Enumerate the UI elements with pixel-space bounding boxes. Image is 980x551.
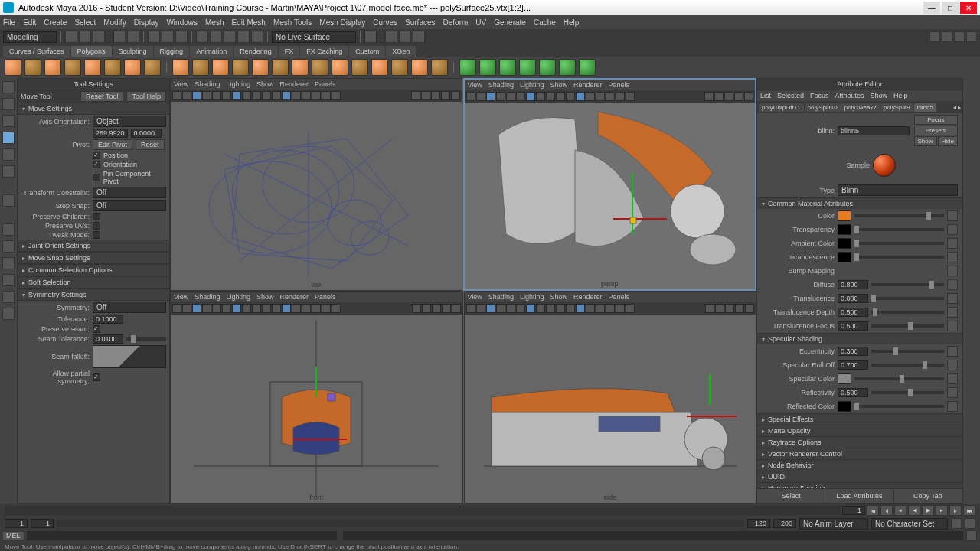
menu-editmesh[interactable]: Edit Mesh bbox=[231, 18, 265, 27]
shelf-tab-xgen[interactable]: XGen bbox=[386, 46, 416, 57]
layout-hyper-icon[interactable] bbox=[2, 308, 15, 320]
prefs-icon[interactable] bbox=[965, 518, 975, 529]
vp-icon[interactable] bbox=[232, 304, 241, 313]
diffuse-field[interactable]: 0.800 bbox=[838, 280, 868, 289]
vp-icon[interactable] bbox=[422, 304, 431, 313]
vp-icon[interactable] bbox=[202, 304, 211, 313]
symmetry-combo[interactable]: Off bbox=[93, 302, 166, 313]
pin-pivot-checkbox[interactable] bbox=[93, 174, 100, 181]
vp-icon[interactable] bbox=[506, 92, 515, 101]
time-track[interactable] bbox=[5, 506, 841, 515]
extrude-icon[interactable] bbox=[272, 59, 289, 76]
vp-icon[interactable] bbox=[322, 304, 331, 313]
attr-menu-focus[interactable]: Focus bbox=[810, 92, 829, 99]
allow-partial-checkbox[interactable] bbox=[93, 373, 100, 381]
snap-curve-icon[interactable] bbox=[210, 31, 222, 43]
shelf-tab-sculpting[interactable]: Sculpting bbox=[113, 46, 153, 57]
spec-rolloff-slider[interactable] bbox=[871, 364, 944, 367]
attr-menu-help[interactable]: Help bbox=[893, 92, 908, 99]
eccentricity-slider[interactable] bbox=[871, 350, 944, 353]
new-scene-icon[interactable] bbox=[65, 31, 77, 43]
edit-pivot-button[interactable]: Edit Pivot bbox=[93, 139, 132, 150]
reset-tool-button[interactable]: Reset Tool bbox=[80, 91, 123, 102]
poly-pyramid-icon[interactable] bbox=[124, 59, 141, 76]
vp-icon[interactable] bbox=[262, 91, 271, 100]
vp-icon[interactable] bbox=[596, 304, 605, 313]
redo-icon[interactable] bbox=[127, 31, 139, 43]
transparency-swatch[interactable] bbox=[838, 224, 851, 235]
play-forward-icon[interactable]: ▶ bbox=[922, 505, 934, 516]
shelf-tab-polygons[interactable]: Polygons bbox=[71, 46, 112, 57]
vp-icon[interactable] bbox=[242, 91, 251, 100]
reflectivity-field[interactable]: 0.500 bbox=[838, 388, 868, 397]
anim-start-field[interactable]: 1 bbox=[5, 519, 28, 528]
bridge-icon[interactable] bbox=[292, 59, 309, 76]
vp-icon[interactable] bbox=[516, 92, 525, 101]
current-time-field[interactable]: 1 bbox=[842, 506, 865, 515]
viewport-top[interactable]: View Shading Lighting Show Renderer Pane… bbox=[170, 78, 462, 291]
menu-uv[interactable]: UV bbox=[475, 18, 486, 27]
layout-icon[interactable] bbox=[929, 31, 940, 42]
vp-icon[interactable] bbox=[252, 91, 261, 100]
construction-history-icon[interactable] bbox=[364, 31, 377, 43]
snap-grid-icon[interactable] bbox=[196, 31, 208, 43]
vp-menu-shading[interactable]: Shading bbox=[488, 293, 514, 301]
translucence-slider[interactable] bbox=[871, 297, 944, 300]
attr-tab[interactable]: polyChipOff11 bbox=[759, 103, 804, 112]
refl-color-swatch[interactable] bbox=[838, 401, 851, 412]
map-button-icon[interactable] bbox=[947, 387, 958, 398]
shelf-tab-curves[interactable]: Curves / Surfaces bbox=[3, 46, 70, 57]
vp-menu-view[interactable]: View bbox=[468, 293, 482, 301]
vp-menu-lighting[interactable]: Lighting bbox=[520, 293, 544, 301]
range-track[interactable] bbox=[57, 520, 744, 527]
sculpt4-icon[interactable] bbox=[519, 59, 536, 76]
axis-orient-combo[interactable]: Object bbox=[93, 116, 166, 127]
scale-tool-icon[interactable] bbox=[2, 165, 15, 178]
vp-menu-show[interactable]: Show bbox=[256, 80, 274, 88]
menu-windows[interactable]: Windows bbox=[166, 18, 198, 27]
vp-icon[interactable] bbox=[242, 304, 251, 313]
attr-tab[interactable]: polySplit10 bbox=[805, 103, 841, 112]
step-back-icon[interactable]: ⏴ bbox=[880, 505, 893, 516]
vp-icon[interactable] bbox=[536, 304, 545, 313]
vp-icon[interactable] bbox=[212, 304, 221, 313]
vp-menu-panels[interactable]: Panels bbox=[608, 81, 629, 89]
vp-icon[interactable] bbox=[734, 92, 743, 101]
section-soft-selection[interactable]: Soft Selection bbox=[18, 276, 169, 289]
render-settings-icon[interactable] bbox=[413, 31, 425, 43]
vp-icon[interactable] bbox=[506, 304, 515, 313]
key-forward-icon[interactable]: ▸ bbox=[936, 505, 948, 516]
map-button-icon[interactable] bbox=[947, 346, 958, 357]
smooth-icon[interactable] bbox=[252, 59, 269, 76]
menu-mesh[interactable]: Mesh bbox=[205, 18, 224, 27]
map-button-icon[interactable] bbox=[947, 252, 958, 262]
menu-deform[interactable]: Deform bbox=[443, 18, 469, 27]
vp-menu-lighting[interactable]: Lighting bbox=[520, 81, 544, 89]
shelf-tab-animation[interactable]: Animation bbox=[190, 46, 233, 57]
vp-icon[interactable] bbox=[705, 304, 714, 313]
tolerance-field[interactable]: 0.1000 bbox=[93, 315, 123, 324]
vp-menu-lighting[interactable]: Lighting bbox=[226, 80, 250, 88]
connect-icon[interactable] bbox=[411, 59, 428, 76]
color-slider[interactable] bbox=[854, 214, 944, 217]
layout-four-icon[interactable] bbox=[2, 240, 15, 253]
copy-tab-button[interactable]: Copy Tab bbox=[894, 489, 962, 503]
orientation-checkbox[interactable] bbox=[93, 161, 100, 168]
key-back-icon[interactable]: ◂ bbox=[894, 505, 906, 516]
spec-rolloff-field[interactable]: 0.700 bbox=[838, 360, 868, 370]
sculpt2-icon[interactable] bbox=[479, 59, 496, 76]
vp-icon[interactable] bbox=[546, 304, 555, 313]
section-common-selection[interactable]: Common Selection Options bbox=[18, 264, 169, 276]
vp-icon[interactable] bbox=[466, 92, 475, 101]
attr-tab[interactable]: polySplit9 bbox=[880, 103, 913, 112]
script-editor-icon[interactable] bbox=[966, 530, 977, 541]
attr-tab-active[interactable]: blinn5 bbox=[914, 103, 936, 112]
preserve-children-checkbox[interactable] bbox=[93, 213, 100, 220]
vp-icon[interactable] bbox=[452, 304, 461, 313]
eccentricity-field[interactable]: 0.300 bbox=[838, 347, 868, 356]
menu-help[interactable]: Help bbox=[564, 18, 580, 27]
layout-single-icon[interactable] bbox=[2, 223, 15, 236]
translucence-field[interactable]: 0.000 bbox=[838, 294, 868, 303]
vp-icon[interactable] bbox=[626, 304, 635, 313]
trans-depth-field[interactable]: 0.500 bbox=[838, 308, 868, 317]
